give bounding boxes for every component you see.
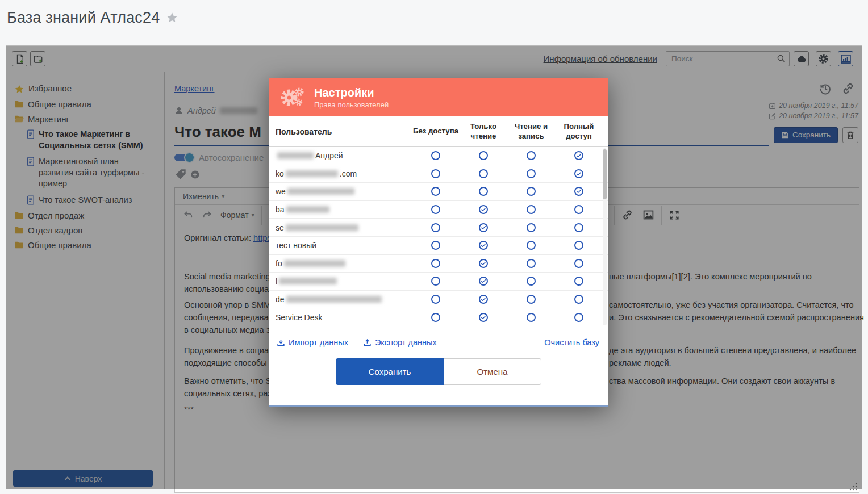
permission-radio[interactable] bbox=[527, 241, 536, 250]
permission-rows: Андрейko.comwebaseтест новыйfoldeService… bbox=[269, 147, 608, 326]
permission-radio[interactable] bbox=[527, 169, 536, 178]
modal-save-button[interactable]: Сохранить bbox=[336, 358, 444, 385]
permission-radio[interactable] bbox=[431, 259, 440, 268]
radio-cell[interactable] bbox=[460, 241, 507, 250]
permission-radio[interactable] bbox=[431, 295, 440, 304]
permission-radio[interactable] bbox=[574, 151, 583, 160]
permission-radio[interactable] bbox=[479, 277, 488, 286]
import-data-link[interactable]: Импорт данных bbox=[277, 338, 348, 347]
permission-radio[interactable] bbox=[431, 169, 440, 178]
permission-radio[interactable] bbox=[479, 295, 488, 304]
modal-scrollbar[interactable] bbox=[603, 148, 607, 325]
permission-radio[interactable] bbox=[574, 223, 583, 232]
permission-radio[interactable] bbox=[574, 295, 583, 304]
permission-radio[interactable] bbox=[431, 187, 440, 196]
radio-cell[interactable] bbox=[412, 259, 460, 268]
user-name-text: Андрей bbox=[315, 151, 343, 160]
radio-cell[interactable] bbox=[507, 205, 555, 214]
column-read-write: Чтение и запись bbox=[507, 122, 555, 141]
radio-cell[interactable] bbox=[507, 259, 555, 268]
permission-radio[interactable] bbox=[479, 205, 488, 214]
radio-cell[interactable] bbox=[412, 205, 460, 214]
radio-cell[interactable] bbox=[507, 313, 555, 322]
permission-radio[interactable] bbox=[574, 205, 583, 214]
permission-radio[interactable] bbox=[574, 241, 583, 250]
radio-cell[interactable] bbox=[460, 295, 507, 304]
radio-cell[interactable] bbox=[412, 241, 460, 250]
radio-cell[interactable] bbox=[507, 241, 555, 250]
radio-cell[interactable] bbox=[555, 313, 603, 322]
redacted-text bbox=[286, 206, 329, 213]
permission-radio[interactable] bbox=[574, 259, 583, 268]
permission-radio[interactable] bbox=[479, 169, 488, 178]
radio-cell[interactable] bbox=[460, 259, 507, 268]
permission-radio[interactable] bbox=[479, 259, 488, 268]
permission-radio[interactable] bbox=[431, 151, 440, 160]
permission-radio[interactable] bbox=[527, 223, 536, 232]
radio-cell[interactable] bbox=[412, 151, 460, 160]
permission-radio[interactable] bbox=[431, 313, 440, 322]
permission-radio[interactable] bbox=[479, 151, 488, 160]
settings-gears-icon bbox=[278, 85, 307, 110]
permission-radio[interactable] bbox=[527, 277, 536, 286]
permission-radio[interactable] bbox=[574, 277, 583, 286]
user-name-text: de bbox=[276, 295, 285, 304]
radio-cell[interactable] bbox=[460, 277, 507, 286]
permission-radio[interactable] bbox=[431, 241, 440, 250]
radio-cell[interactable] bbox=[507, 187, 555, 196]
app-title: База знаний Атлас24 bbox=[7, 9, 160, 27]
table-row: fo bbox=[269, 255, 608, 273]
permission-radio[interactable] bbox=[479, 313, 488, 322]
permission-radio[interactable] bbox=[431, 223, 440, 232]
permission-radio[interactable] bbox=[479, 187, 488, 196]
permission-radio[interactable] bbox=[479, 223, 488, 232]
radio-cell[interactable] bbox=[412, 187, 460, 196]
clear-database-link[interactable]: Очистить базу bbox=[544, 338, 599, 347]
radio-cell[interactable] bbox=[555, 187, 603, 196]
permission-radio[interactable] bbox=[527, 313, 536, 322]
radio-cell[interactable] bbox=[460, 151, 507, 160]
radio-cell[interactable] bbox=[507, 223, 555, 232]
radio-cell[interactable] bbox=[507, 169, 555, 178]
radio-cell[interactable] bbox=[460, 223, 507, 232]
permission-radio[interactable] bbox=[527, 151, 536, 160]
modal-cancel-button[interactable]: Отмена bbox=[444, 358, 541, 385]
radio-cell[interactable] bbox=[412, 277, 460, 286]
radio-cell[interactable] bbox=[555, 277, 603, 286]
permission-radio[interactable] bbox=[574, 187, 583, 196]
user-name-text: we bbox=[276, 187, 286, 196]
permission-radio[interactable] bbox=[527, 259, 536, 268]
permission-radio[interactable] bbox=[527, 187, 536, 196]
radio-cell[interactable] bbox=[555, 151, 603, 160]
radio-cell[interactable] bbox=[460, 169, 507, 178]
radio-cell[interactable] bbox=[412, 169, 460, 178]
radio-cell[interactable] bbox=[412, 295, 460, 304]
radio-cell[interactable] bbox=[555, 223, 603, 232]
permission-radio[interactable] bbox=[527, 205, 536, 214]
radio-cell[interactable] bbox=[460, 313, 507, 322]
permission-radio[interactable] bbox=[527, 295, 536, 304]
radio-cell[interactable] bbox=[555, 295, 603, 304]
permission-radio[interactable] bbox=[431, 277, 440, 286]
radio-cell[interactable] bbox=[412, 223, 460, 232]
radio-cell[interactable] bbox=[507, 277, 555, 286]
favorite-star-icon[interactable] bbox=[166, 11, 178, 24]
permission-radio[interactable] bbox=[479, 241, 488, 250]
radio-cell[interactable] bbox=[555, 259, 603, 268]
radio-cell[interactable] bbox=[555, 169, 603, 178]
radio-cell[interactable] bbox=[507, 295, 555, 304]
radio-cell[interactable] bbox=[555, 205, 603, 214]
radio-cell[interactable] bbox=[507, 151, 555, 160]
permission-radio[interactable] bbox=[574, 169, 583, 178]
export-data-link[interactable]: Экспорт данных bbox=[363, 338, 437, 347]
scrollbar-thumb[interactable] bbox=[603, 149, 607, 199]
radio-cell[interactable] bbox=[555, 241, 603, 250]
redacted-text bbox=[286, 170, 338, 177]
user-name: Service Desk bbox=[276, 313, 412, 322]
permission-radio[interactable] bbox=[431, 205, 440, 214]
radio-cell[interactable] bbox=[412, 313, 460, 322]
permission-radio[interactable] bbox=[574, 313, 583, 322]
radio-cell[interactable] bbox=[460, 187, 507, 196]
user-name-text: .com bbox=[340, 169, 357, 178]
radio-cell[interactable] bbox=[460, 205, 507, 214]
